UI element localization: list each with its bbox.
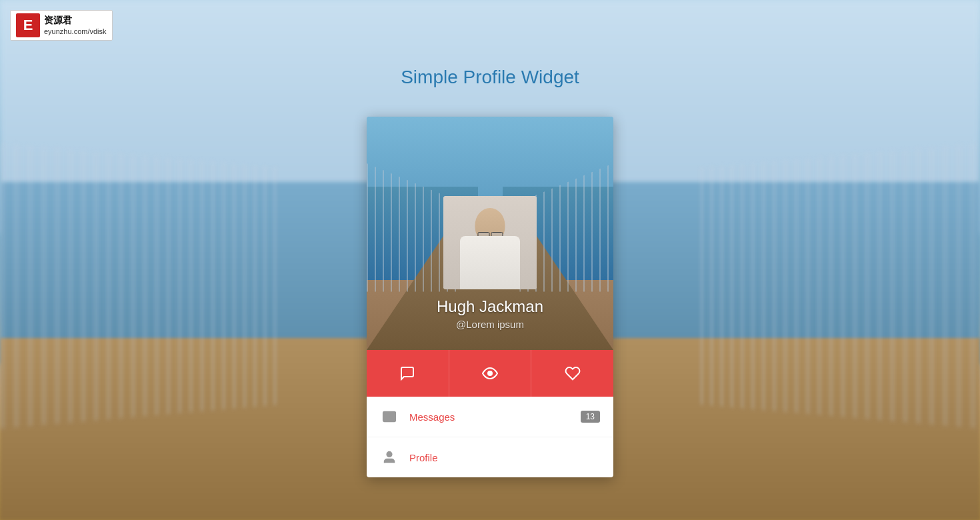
profile-label: Profile xyxy=(409,452,600,463)
eye-icon xyxy=(482,365,498,381)
envelope-icon-container xyxy=(380,407,399,426)
avatar-container xyxy=(443,196,537,289)
watermark-letter: E xyxy=(16,13,40,37)
person-icon xyxy=(382,450,397,465)
user-name: Hugh Jackman xyxy=(437,297,543,316)
view-button[interactable] xyxy=(449,350,532,397)
like-button[interactable] xyxy=(531,350,613,397)
svg-point-0 xyxy=(488,371,492,375)
card-header: Hugh Jackman @Lorem ipsum xyxy=(367,117,613,350)
messages-badge: 13 xyxy=(581,411,600,423)
bg-fence-left xyxy=(0,142,279,429)
figure-body xyxy=(460,236,520,289)
card-menu: Messages 13 Profile xyxy=(367,397,613,477)
menu-item-profile[interactable]: Profile xyxy=(367,437,613,477)
svg-point-2 xyxy=(387,452,391,457)
watermark-line1: 资源君 xyxy=(44,14,107,27)
action-buttons-row xyxy=(367,350,613,397)
envelope-icon xyxy=(382,409,397,424)
heart-icon xyxy=(565,365,581,381)
menu-item-messages[interactable]: Messages 13 xyxy=(367,397,613,437)
user-username: @Lorem ipsum xyxy=(456,319,524,330)
chat-button[interactable] xyxy=(367,350,449,397)
bg-fence-right xyxy=(701,142,980,429)
avatar xyxy=(443,196,537,289)
chat-icon xyxy=(399,365,415,381)
avatar-figure xyxy=(443,196,537,289)
page-title: Simple Profile Widget xyxy=(401,67,579,88)
watermark-logo: E 资源君 eyunzhu.com/vdisk xyxy=(10,10,113,41)
person-icon-container xyxy=(380,448,399,467)
watermark-line2: eyunzhu.com/vdisk xyxy=(44,27,107,37)
profile-widget-card: Hugh Jackman @Lorem ipsum xyxy=(367,117,613,477)
watermark-text: 资源君 eyunzhu.com/vdisk xyxy=(44,14,107,37)
messages-label: Messages xyxy=(409,411,581,423)
